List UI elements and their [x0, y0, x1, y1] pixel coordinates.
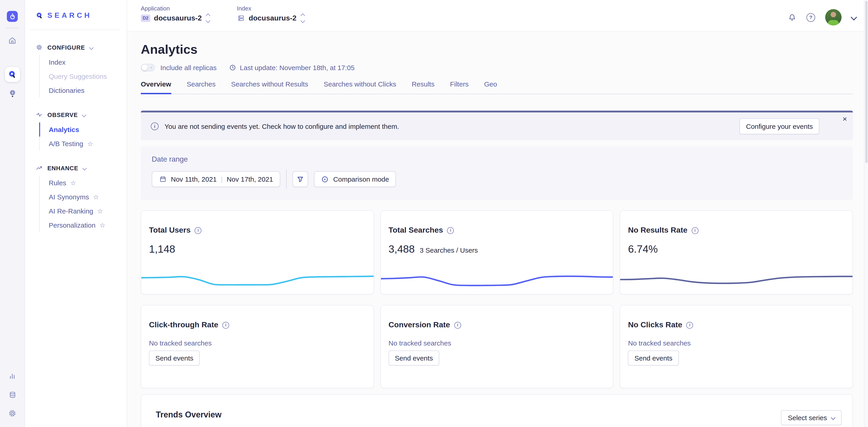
- scrollbar-thumb[interactable]: [865, 1, 868, 163]
- configure-events-button[interactable]: Configure your events: [740, 118, 819, 134]
- card-total-searches: Total Searches i 3,488 3 Searches / User…: [380, 210, 613, 295]
- page-title: Analytics: [141, 42, 853, 57]
- user-avatar[interactable]: [825, 9, 842, 26]
- sidebar: SEARCH CONFIGURE Index Query: [25, 0, 127, 427]
- sidebar-item-query-suggestions[interactable]: Query Suggestions: [39, 69, 127, 83]
- close-icon[interactable]: ×: [842, 115, 847, 123]
- card-value: 6.74%: [628, 243, 658, 255]
- banner-message: You are not sending events yet. Check ho…: [164, 123, 399, 130]
- content: Analytics × Include all replicas Last up…: [127, 31, 868, 427]
- index-label: Index: [237, 5, 304, 12]
- search-product-icon[interactable]: [5, 67, 20, 82]
- card-no-clicks-rate: No Clicks Rate i No tracked searches Sen…: [620, 305, 853, 388]
- filter-button[interactable]: [293, 171, 308, 187]
- tab-results[interactable]: Results: [404, 80, 442, 94]
- info-icon[interactable]: i: [195, 227, 202, 234]
- usage-chart-icon[interactable]: [7, 370, 18, 382]
- tab-bar: Overview Searches Searches without Resul…: [141, 80, 853, 94]
- card-total-users: Total Users i 1,148: [141, 210, 374, 295]
- page-scrollbar[interactable]: [864, 0, 868, 427]
- pulse-icon: [35, 111, 43, 118]
- metric-cards-row: Total Users i 1,148 Total Searches i 3,4…: [141, 210, 853, 295]
- include-replicas-label: Include all replicas: [160, 64, 217, 71]
- card-title-text: Click-through Rate: [149, 321, 218, 330]
- tab-geo[interactable]: Geo: [476, 80, 505, 94]
- nav-head-observe[interactable]: OBSERVE: [25, 108, 127, 121]
- tab-searches-without-results[interactable]: Searches without Results: [223, 80, 316, 94]
- tab-searches-without-clicks[interactable]: Searches without Clicks: [316, 80, 404, 94]
- sidebar-item-ab-testing[interactable]: A/B Testing ☆: [39, 137, 127, 151]
- sparkline-total-searches: [380, 269, 613, 290]
- tab-filters[interactable]: Filters: [442, 80, 476, 94]
- chevron-down-icon: [82, 112, 86, 117]
- trends-overview-card: Trends Overview Select series: [141, 394, 853, 427]
- application-label: Application: [141, 5, 209, 12]
- card-no-results-rate: No Results Rate i 6.74%: [620, 210, 853, 295]
- sidebar-item-ai-reranking[interactable]: AI Re-Ranking ☆: [39, 204, 127, 218]
- info-icon[interactable]: i: [691, 227, 698, 234]
- application-selector[interactable]: Application D2 docusaurus-2: [141, 5, 209, 22]
- magnifier-logo-icon: [35, 11, 43, 19]
- search-logo: SEARCH: [25, 0, 127, 20]
- date-range-picker[interactable]: Nov 11th, 2021 | Nov 17th, 2021: [152, 171, 280, 187]
- algolia-app-logo[interactable]: [7, 11, 18, 22]
- help-icon[interactable]: ?: [806, 13, 815, 22]
- meta-row: × Include all replicas Last update: Nove…: [141, 64, 853, 71]
- calendar-icon: [159, 175, 167, 183]
- card-click-through-rate: Click-through Rate i No tracked searches…: [141, 305, 374, 388]
- sparkline-total-users: [141, 269, 374, 290]
- sidebar-item-index[interactable]: Index: [39, 55, 127, 69]
- date-start: Nov 11th, 2021: [171, 175, 217, 183]
- play-circle-icon: [321, 175, 329, 183]
- chevron-down-icon: [82, 166, 87, 170]
- toggle-knob: [142, 65, 148, 71]
- account-chevron-icon[interactable]: [851, 14, 857, 21]
- controls-divider: [286, 169, 287, 189]
- sparkline-no-results-rate: [620, 269, 853, 290]
- star-icon: ☆: [99, 222, 105, 228]
- nav-section-configure: CONFIGURE Index Query Suggestions Dictio…: [25, 41, 127, 97]
- notifications-bell-icon[interactable]: [788, 13, 797, 22]
- send-events-button[interactable]: Send events: [628, 351, 679, 366]
- trending-up-icon: [35, 164, 43, 172]
- funnel-icon: [297, 175, 305, 183]
- info-icon[interactable]: i: [222, 322, 229, 328]
- sidebar-item-analytics[interactable]: Analytics: [39, 123, 127, 137]
- sidebar-divider: [30, 30, 120, 30]
- trends-title: Trends Overview: [156, 410, 221, 420]
- empty-state-text: No tracked searches: [389, 339, 613, 347]
- send-events-button[interactable]: Send events: [149, 351, 200, 366]
- info-icon[interactable]: i: [454, 322, 461, 328]
- comparison-mode-button[interactable]: Comparison mode: [314, 171, 396, 187]
- include-replicas-toggle[interactable]: ×: [141, 64, 155, 71]
- info-icon: i: [151, 123, 159, 130]
- data-database-icon[interactable]: [7, 389, 18, 400]
- nav-head-configure[interactable]: CONFIGURE: [25, 41, 127, 54]
- tab-searches[interactable]: Searches: [179, 80, 223, 94]
- settings-gear-icon[interactable]: [7, 408, 18, 419]
- card-subvalue: 3 Searches / Users: [420, 246, 478, 254]
- recommend-bulb-icon[interactable]: [7, 88, 18, 99]
- section-label: ENHANCE: [48, 165, 79, 171]
- select-series-button[interactable]: Select series: [781, 410, 842, 425]
- sidebar-item-dictionaries[interactable]: Dictionaries: [39, 83, 127, 97]
- info-icon[interactable]: i: [447, 227, 454, 234]
- empty-state-text: No tracked searches: [628, 339, 852, 347]
- info-icon[interactable]: i: [686, 322, 693, 328]
- nav-section-observe: OBSERVE Analytics A/B Testing ☆: [25, 108, 127, 151]
- card-conversion-rate: Conversion Rate i No tracked searches Se…: [380, 305, 613, 388]
- sidebar-item-personalization[interactable]: Personalization ☆: [39, 218, 127, 232]
- icon-rail: [0, 0, 25, 427]
- index-selector[interactable]: Index docusaurus-2: [237, 5, 304, 22]
- nav-head-enhance[interactable]: ENHANCE: [25, 162, 127, 174]
- sidebar-item-ai-synonyms[interactable]: AI Synonyms ☆: [39, 190, 127, 204]
- sidebar-item-rules[interactable]: Rules ☆: [39, 176, 127, 190]
- send-events-button[interactable]: Send events: [389, 351, 439, 366]
- comparison-mode-label: Comparison mode: [333, 175, 389, 183]
- select-series-label: Select series: [788, 414, 827, 422]
- nav-section-enhance: ENHANCE Rules ☆ AI Synonyms ☆ AI Re-Rank…: [25, 162, 127, 232]
- section-label: OBSERVE: [48, 111, 78, 118]
- home-icon[interactable]: [7, 35, 18, 46]
- tab-overview[interactable]: Overview: [141, 80, 179, 94]
- main-area: Application D2 docusaurus-2 Index: [127, 0, 868, 427]
